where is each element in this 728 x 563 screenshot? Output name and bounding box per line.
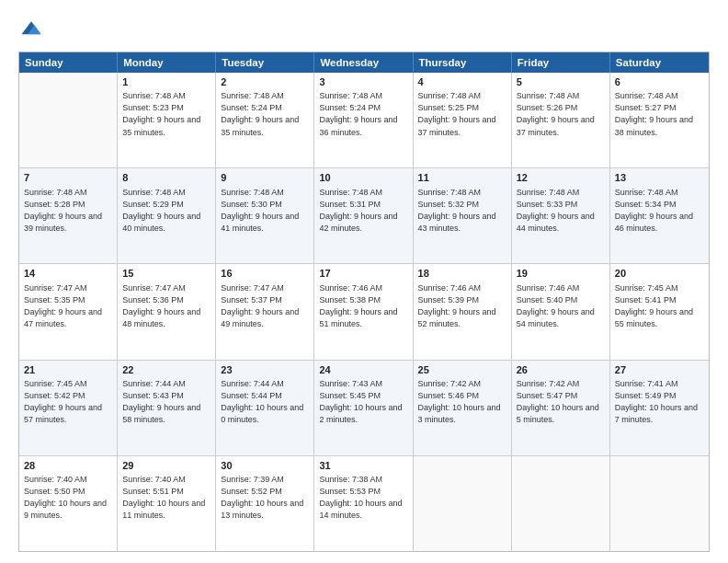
cell-info: Sunrise: 7:41 AMSunset: 5:49 PMDaylight:…	[615, 378, 704, 426]
cell-info: Sunrise: 7:43 AMSunset: 5:45 PMDaylight:…	[319, 378, 407, 426]
day-number: 23	[221, 363, 309, 377]
cal-cell: 1Sunrise: 7:48 AMSunset: 5:23 PMDaylight…	[118, 73, 216, 167]
cal-cell: 19Sunrise: 7:46 AMSunset: 5:40 PMDayligh…	[512, 264, 610, 359]
cal-header-sunday: Sunday	[19, 52, 118, 73]
logo	[18, 17, 46, 42]
logo-icon	[18, 17, 44, 42]
cell-info: Sunrise: 7:48 AMSunset: 5:30 PMDaylight:…	[221, 187, 309, 235]
calendar: SundayMondayTuesdayWednesdayThursdayFrid…	[18, 52, 710, 552]
day-number: 26	[517, 363, 605, 377]
cell-info: Sunrise: 7:48 AMSunset: 5:33 PMDaylight:…	[517, 187, 605, 235]
cal-cell: 12Sunrise: 7:48 AMSunset: 5:33 PMDayligh…	[512, 168, 610, 263]
cal-header-friday: Friday	[512, 52, 610, 73]
day-number: 20	[615, 267, 704, 281]
day-number: 29	[122, 459, 210, 473]
cal-cell: 13Sunrise: 7:48 AMSunset: 5:34 PMDayligh…	[610, 168, 709, 263]
cal-cell: 7Sunrise: 7:48 AMSunset: 5:28 PMDaylight…	[19, 168, 118, 263]
cell-info: Sunrise: 7:48 AMSunset: 5:23 PMDaylight:…	[122, 90, 210, 138]
cell-info: Sunrise: 7:48 AMSunset: 5:28 PMDaylight:…	[24, 187, 112, 235]
cal-cell: 24Sunrise: 7:43 AMSunset: 5:45 PMDayligh…	[314, 361, 413, 455]
cal-cell: 14Sunrise: 7:47 AMSunset: 5:35 PMDayligh…	[19, 264, 118, 359]
cal-cell: 25Sunrise: 7:42 AMSunset: 5:46 PMDayligh…	[414, 361, 512, 455]
cal-header-wednesday: Wednesday	[314, 52, 413, 73]
day-number: 16	[221, 267, 309, 281]
cell-info: Sunrise: 7:46 AMSunset: 5:40 PMDaylight:…	[517, 282, 605, 330]
day-number: 19	[517, 267, 605, 281]
cell-info: Sunrise: 7:48 AMSunset: 5:34 PMDaylight:…	[615, 187, 704, 235]
cell-info: Sunrise: 7:47 AMSunset: 5:35 PMDaylight:…	[24, 282, 112, 330]
cell-info: Sunrise: 7:42 AMSunset: 5:47 PMDaylight:…	[517, 378, 605, 426]
cell-info: Sunrise: 7:48 AMSunset: 5:31 PMDaylight:…	[319, 187, 407, 235]
cal-cell: 28Sunrise: 7:40 AMSunset: 5:50 PMDayligh…	[19, 456, 118, 551]
day-number: 3	[319, 75, 407, 89]
cal-cell: 26Sunrise: 7:42 AMSunset: 5:47 PMDayligh…	[512, 361, 610, 455]
cell-info: Sunrise: 7:48 AMSunset: 5:27 PMDaylight:…	[615, 90, 704, 138]
cal-cell	[610, 456, 709, 551]
day-number: 24	[319, 363, 407, 377]
day-number: 14	[24, 267, 112, 281]
day-number: 11	[418, 171, 506, 185]
day-number: 13	[615, 171, 704, 185]
day-number: 5	[517, 75, 605, 89]
cal-cell: 4Sunrise: 7:48 AMSunset: 5:25 PMDaylight…	[414, 73, 512, 167]
cal-week-0: 1Sunrise: 7:48 AMSunset: 5:23 PMDaylight…	[19, 73, 709, 167]
cell-info: Sunrise: 7:46 AMSunset: 5:38 PMDaylight:…	[319, 282, 407, 330]
calendar-header: SundayMondayTuesdayWednesdayThursdayFrid…	[19, 52, 709, 73]
cal-cell: 10Sunrise: 7:48 AMSunset: 5:31 PMDayligh…	[314, 168, 413, 263]
day-number: 2	[221, 75, 309, 89]
day-number: 1	[122, 75, 210, 89]
cell-info: Sunrise: 7:40 AMSunset: 5:51 PMDaylight:…	[122, 474, 210, 522]
header	[18, 17, 710, 42]
cell-info: Sunrise: 7:44 AMSunset: 5:43 PMDaylight:…	[122, 378, 210, 426]
cal-cell: 18Sunrise: 7:46 AMSunset: 5:39 PMDayligh…	[414, 264, 512, 359]
day-number: 4	[418, 75, 506, 89]
cell-info: Sunrise: 7:48 AMSunset: 5:26 PMDaylight:…	[517, 90, 605, 138]
cal-cell: 21Sunrise: 7:45 AMSunset: 5:42 PMDayligh…	[19, 361, 118, 455]
cell-info: Sunrise: 7:47 AMSunset: 5:37 PMDaylight:…	[221, 282, 309, 330]
cell-info: Sunrise: 7:48 AMSunset: 5:29 PMDaylight:…	[122, 187, 210, 235]
cal-cell: 22Sunrise: 7:44 AMSunset: 5:43 PMDayligh…	[118, 361, 216, 455]
calendar-body: 1Sunrise: 7:48 AMSunset: 5:23 PMDaylight…	[19, 73, 709, 551]
cal-cell: 16Sunrise: 7:47 AMSunset: 5:37 PMDayligh…	[216, 264, 314, 359]
day-number: 6	[615, 75, 704, 89]
cell-info: Sunrise: 7:48 AMSunset: 5:25 PMDaylight:…	[418, 90, 506, 138]
day-number: 27	[615, 363, 704, 377]
cal-cell: 15Sunrise: 7:47 AMSunset: 5:36 PMDayligh…	[118, 264, 216, 359]
cal-cell: 29Sunrise: 7:40 AMSunset: 5:51 PMDayligh…	[118, 456, 216, 551]
cell-info: Sunrise: 7:42 AMSunset: 5:46 PMDaylight:…	[418, 378, 506, 426]
cal-cell: 8Sunrise: 7:48 AMSunset: 5:29 PMDaylight…	[118, 168, 216, 263]
cell-info: Sunrise: 7:45 AMSunset: 5:42 PMDaylight:…	[24, 378, 112, 426]
cal-header-tuesday: Tuesday	[216, 52, 314, 73]
cal-cell: 3Sunrise: 7:48 AMSunset: 5:24 PMDaylight…	[314, 73, 413, 167]
day-number: 21	[24, 363, 112, 377]
day-number: 10	[319, 171, 407, 185]
day-number: 8	[122, 171, 210, 185]
day-number: 9	[221, 171, 309, 185]
day-number: 15	[122, 267, 210, 281]
cal-cell	[512, 456, 610, 551]
day-number: 28	[24, 459, 112, 473]
cal-cell	[414, 456, 512, 551]
cal-cell: 20Sunrise: 7:45 AMSunset: 5:41 PMDayligh…	[610, 264, 709, 359]
day-number: 31	[319, 459, 407, 473]
cal-header-saturday: Saturday	[610, 52, 709, 73]
cell-info: Sunrise: 7:48 AMSunset: 5:24 PMDaylight:…	[221, 90, 309, 138]
cell-info: Sunrise: 7:48 AMSunset: 5:32 PMDaylight:…	[418, 187, 506, 235]
cal-week-3: 21Sunrise: 7:45 AMSunset: 5:42 PMDayligh…	[19, 360, 709, 455]
page: SundayMondayTuesdayWednesdayThursdayFrid…	[0, 0, 728, 563]
cal-header-monday: Monday	[118, 52, 216, 73]
cal-week-2: 14Sunrise: 7:47 AMSunset: 5:35 PMDayligh…	[19, 263, 709, 359]
cal-cell: 11Sunrise: 7:48 AMSunset: 5:32 PMDayligh…	[414, 168, 512, 263]
day-number: 25	[418, 363, 506, 377]
cal-week-1: 7Sunrise: 7:48 AMSunset: 5:28 PMDaylight…	[19, 167, 709, 263]
day-number: 17	[319, 267, 407, 281]
cell-info: Sunrise: 7:40 AMSunset: 5:50 PMDaylight:…	[24, 474, 112, 522]
cal-cell: 6Sunrise: 7:48 AMSunset: 5:27 PMDaylight…	[610, 73, 709, 167]
cal-week-4: 28Sunrise: 7:40 AMSunset: 5:50 PMDayligh…	[19, 455, 709, 551]
cell-info: Sunrise: 7:39 AMSunset: 5:52 PMDaylight:…	[221, 474, 309, 522]
cell-info: Sunrise: 7:44 AMSunset: 5:44 PMDaylight:…	[221, 378, 309, 426]
cal-cell: 30Sunrise: 7:39 AMSunset: 5:52 PMDayligh…	[216, 456, 314, 551]
cell-info: Sunrise: 7:38 AMSunset: 5:53 PMDaylight:…	[319, 474, 407, 522]
day-number: 7	[24, 171, 112, 185]
cell-info: Sunrise: 7:48 AMSunset: 5:24 PMDaylight:…	[319, 90, 407, 138]
